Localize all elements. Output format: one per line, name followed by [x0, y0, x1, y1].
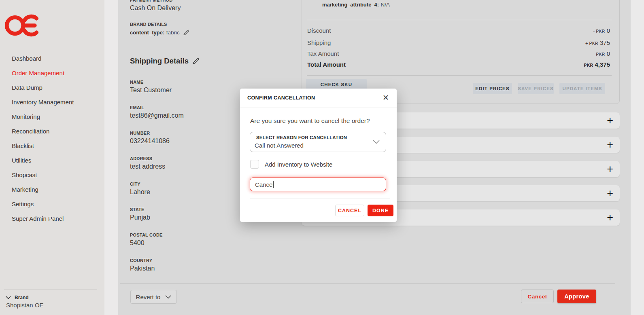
pencil-icon — [183, 29, 190, 36]
edit-prices-button[interactable]: EDIT PRICES — [473, 83, 512, 94]
amount-label: Discount — [307, 27, 331, 34]
content-type-key: content_type: — [130, 30, 164, 36]
revert-to-dropdown[interactable]: Revert to — [130, 290, 177, 304]
reason-select-label: SELECT REASON FOR CANCELLATION — [256, 135, 347, 140]
amount-label: Tax Amount — [307, 50, 339, 57]
brand-selector[interactable]: Brand — [6, 294, 29, 301]
shipping-country-field: COUNTRY Pakistan — [130, 258, 155, 272]
sidebar-item-data-dump[interactable]: Data Dump — [0, 80, 104, 95]
brand-selector-label: Brand — [15, 295, 29, 300]
order-approve-button[interactable]: Approve — [557, 290, 596, 303]
sidebar-item-utilities[interactable]: Utilities — [0, 153, 104, 168]
shipping-row: Shipping +PKR375 — [307, 39, 610, 47]
sidebar: Dashboard Order Management Data Dump Inv… — [0, 0, 104, 315]
summary-divider — [307, 20, 612, 20]
payment-method-label: PAYMENT METHOD — [130, 0, 181, 2]
tax-amount-row: Tax Amount PKR0 — [307, 50, 610, 58]
modal-header-divider — [240, 108, 397, 108]
field-label: STATE — [130, 207, 150, 212]
currency: PKR — [596, 52, 605, 57]
field-label: NAME — [130, 80, 172, 85]
sidebar-item-settings[interactable]: Settings — [0, 197, 104, 211]
field-value: 5400 — [130, 239, 163, 247]
sidebar-item-super-admin-panel[interactable]: Super Admin Panel — [0, 211, 104, 226]
currency: PKR — [589, 41, 598, 46]
amount-value: 375 — [600, 39, 610, 46]
marketing-attribute-key: marketing_attribute_4: — [322, 2, 379, 8]
field-label: ADDRESS — [130, 156, 165, 161]
chevron-down-icon — [373, 140, 380, 144]
add-inventory-check-row: Add Inventory to Website — [250, 160, 332, 169]
field-value: Punjab — [130, 214, 150, 221]
oe-logo[interactable] — [5, 13, 42, 38]
modal-cancel-button[interactable]: CANCEL — [335, 205, 364, 216]
order-cancel-button[interactable]: Cancel — [521, 290, 554, 303]
cancellation-comment-input[interactable] — [250, 178, 386, 191]
amount-label: Shipping — [307, 39, 331, 46]
brand-details-field: BRAND DETAILS content_type: fabric — [130, 22, 190, 36]
update-items-button[interactable]: UPDATE ITEMS — [559, 83, 605, 94]
currency: PKR — [584, 63, 593, 68]
oe-logo-icon — [5, 13, 42, 38]
sidebar-item-order-management[interactable]: Order Management — [0, 66, 104, 80]
app-window: Dashboard Order Management Data Dump Inv… — [0, 0, 644, 315]
chevron-down-icon — [165, 295, 171, 299]
modal-done-button[interactable]: DONE — [368, 205, 393, 216]
field-label: EMAIL — [130, 105, 184, 110]
shipping-email-field: EMAIL test86@gmail.com — [130, 105, 184, 119]
field-value: test86@gmail.com — [130, 112, 184, 119]
shipping-name-field: NAME Test Customer — [130, 80, 172, 94]
shipping-number-field: NUMBER 03224141086 — [130, 131, 170, 145]
sidebar-item-blacklist[interactable]: Blacklist — [0, 139, 104, 153]
field-label: COUNTRY — [130, 258, 155, 263]
pencil-icon — [192, 57, 200, 65]
content-type-value: fabric — [166, 30, 180, 36]
amount-label: Total Amount — [307, 61, 346, 68]
shipping-details-title-text: Shipping Details — [130, 57, 189, 66]
footer-divider — [120, 283, 615, 284]
sidebar-item-marketing[interactable]: Marketing — [0, 182, 104, 197]
add-inventory-checkbox[interactable] — [250, 160, 259, 169]
shipping-city-field: CITY Lahore — [130, 182, 150, 196]
expand-plus-icon: + — [607, 140, 613, 150]
discount-row: Discount -PKR0 — [307, 27, 610, 35]
shipping-state-field: STATE Punjab — [130, 207, 150, 221]
marketing-attribute-value: N/A — [381, 2, 390, 8]
summary-divider — [307, 75, 612, 76]
save-prices-button[interactable]: SAVE PRICES — [518, 83, 554, 94]
marketing-attribute-row: marketing_attribute_4: N/A — [322, 1, 390, 8]
text-caret — [273, 181, 274, 188]
cancellation-reason-select[interactable]: SELECT REASON FOR CANCELLATION Call not … — [250, 132, 386, 152]
cancellation-comment-wrap — [250, 178, 386, 191]
chevron-down-icon — [6, 296, 11, 299]
confirm-cancellation-modal: CONFIRM CANCELLATION ✕ Are you sure you … — [240, 89, 397, 222]
sidebar-nav: Dashboard Order Management Data Dump Inv… — [0, 51, 104, 226]
sidebar-item-dashboard[interactable]: Dashboard — [0, 51, 104, 66]
shipping-postal-code-field: POSTAL CODE 5400 — [130, 233, 163, 247]
modal-footer-divider — [250, 199, 390, 199]
add-inventory-label: Add Inventory to Website — [265, 161, 332, 168]
field-value: Test Customer — [130, 87, 172, 94]
payment-method-field: PAYMENT METHOD Cash On Delivery — [130, 0, 181, 12]
amount-value: 0 — [607, 50, 610, 57]
expand-plus-icon: + — [607, 115, 613, 126]
field-label: NUMBER — [130, 131, 170, 135]
amount-value: 0 — [607, 27, 610, 34]
edit-shipping-details-button[interactable] — [192, 57, 200, 65]
modal-question: Are you sure you want to cancel the orde… — [250, 117, 370, 125]
expand-plus-icon: + — [607, 212, 613, 223]
currency: PKR — [596, 29, 605, 34]
sidebar-item-inventory-management[interactable]: Inventory Management — [0, 95, 104, 110]
close-icon[interactable]: ✕ — [380, 92, 391, 103]
modal-title: CONFIRM CANCELLATION — [247, 95, 315, 101]
sidebar-item-monitoring[interactable]: Monitoring — [0, 110, 104, 124]
field-label: CITY — [130, 182, 150, 186]
shipping-address-field: ADDRESS test address — [130, 156, 165, 170]
sidebar-item-shopcast[interactable]: Shopcast — [0, 168, 104, 182]
sidebar-item-reconciliation[interactable]: Reconciliation — [0, 124, 104, 139]
field-value: test address — [130, 163, 165, 170]
amount-sign: + — [585, 41, 588, 46]
edit-brand-details-button[interactable] — [183, 29, 190, 36]
total-amount-row: Total Amount PKR4,375 — [307, 61, 610, 69]
brand-details-label: BRAND DETAILS — [130, 22, 190, 27]
